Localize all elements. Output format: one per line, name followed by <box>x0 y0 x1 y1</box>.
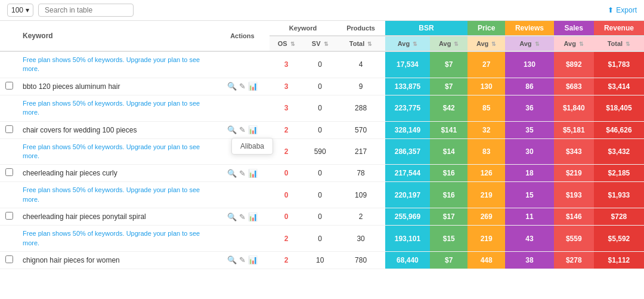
reviews-avg-cell: 219 <box>467 226 505 252</box>
chart-icon[interactable]: 📊 <box>248 82 258 91</box>
sales-avg-sort-icon[interactable]: ⇅ <box>535 41 540 47</box>
keyword-link[interactable]: Free plan shows 50% of keywords. Upgrade… <box>23 100 200 116</box>
chart-icon[interactable]: 📊 <box>248 212 258 221</box>
edit-icon[interactable]: ✎ <box>239 125 246 134</box>
reviews-avg-cell: 219 <box>467 182 505 208</box>
keyword-link[interactable]: Free plan shows 50% of keywords. Upgrade… <box>23 186 200 202</box>
total-value: 9 <box>359 82 363 91</box>
row-checkbox[interactable] <box>5 82 13 90</box>
total-value: 78 <box>357 169 364 177</box>
products-group-header: Products <box>337 21 385 36</box>
total-cell: 9 <box>337 78 385 95</box>
chart-icon[interactable]: 📊 <box>248 255 258 264</box>
table-row: chair covers for wedding 100 pieces🔍✎📊20… <box>0 121 644 138</box>
reviews-avg-sort-icon[interactable]: ⇅ <box>491 41 496 47</box>
revenue-avg-cell: $1,840 <box>554 95 594 121</box>
search-icon[interactable]: 🔍 <box>227 82 237 91</box>
export-button[interactable]: ⬆ Export <box>608 6 637 14</box>
page-size-value: 100 <box>11 6 23 14</box>
row-checkbox[interactable] <box>5 168 13 176</box>
reviews-avg-cell: 448 <box>467 251 505 269</box>
search-icon[interactable]: 🔍 <box>227 212 237 221</box>
page-size-select[interactable]: 100 ▾ <box>7 4 33 17</box>
sales-avg-cell: 36 <box>505 95 554 121</box>
price-avg-value: $141 <box>441 126 457 134</box>
chart-icon[interactable]: 📊 <box>248 125 258 134</box>
chart-icon[interactable]: 📊 <box>248 169 258 178</box>
products-group-label: Products <box>346 24 375 32</box>
checkbox-header <box>0 21 18 51</box>
os-header: OS ⇅ <box>270 36 304 51</box>
sales-avg-cell: 30 <box>505 138 554 165</box>
search-icon[interactable]: 🔍 <box>227 169 237 178</box>
os-cell: 2 <box>270 226 304 252</box>
os-value: 2 <box>284 256 289 264</box>
keyword-cell: Free plan shows 50% of keywords. Upgrade… <box>18 226 215 252</box>
keyword-link[interactable]: Free plan shows 50% of keywords. Upgrade… <box>23 56 200 72</box>
price-avg-value: $42 <box>443 104 455 112</box>
revenue-avg-sort-icon[interactable]: ⇅ <box>579 41 584 47</box>
bsr-avg-cell: 220,197 <box>385 182 431 208</box>
group-header-row: Keyword Actions Keyword Products BSR Pri… <box>0 21 644 36</box>
edit-icon[interactable]: ✎ <box>239 212 246 221</box>
revenue-total-cell: $5,592 <box>594 226 644 252</box>
row-checkbox[interactable] <box>5 255 13 263</box>
revenue-avg-value: $219 <box>566 169 582 177</box>
reviews-avg-cell: 32 <box>467 121 505 138</box>
keyword-link[interactable]: Free plan shows 50% of keywords. Upgrade… <box>23 230 200 246</box>
price-avg-cell: $7 <box>430 78 467 95</box>
sales-avg-value: 86 <box>525 82 533 91</box>
price-avg-cell: $141 <box>430 121 467 138</box>
reviews-avg-label: Avg <box>476 40 488 47</box>
os-cell: 2 <box>270 251 304 269</box>
total-header: Total ⇅ <box>337 36 385 51</box>
bsr-avg-sort-icon[interactable]: ⇅ <box>413 41 417 47</box>
sv-value: 590 <box>314 147 326 156</box>
revenue-avg-header: Avg ⇅ <box>554 36 594 51</box>
row-checkbox[interactable] <box>5 212 13 220</box>
revenue-avg-cell: $146 <box>554 208 594 226</box>
revenue-total-cell: $18,405 <box>594 95 644 121</box>
total-sort-icon[interactable]: ⇅ <box>367 41 372 47</box>
search-icon[interactable]: 🔍 <box>227 125 237 134</box>
revenue-total-sort-icon[interactable]: ⇅ <box>626 41 630 47</box>
total-value: 217 <box>355 147 367 156</box>
keyword-link[interactable]: Free plan shows 50% of keywords. Upgrade… <box>23 143 200 159</box>
price-avg-value: $7 <box>445 60 453 69</box>
bsr-avg-cell: 217,544 <box>385 165 431 182</box>
sv-cell: 0 <box>304 51 337 78</box>
table-row: Free plan shows 50% of keywords. Upgrade… <box>0 226 644 252</box>
table-row: cheerleading hair pieces ponytail spiral… <box>0 208 644 226</box>
sv-cell: 0 <box>304 208 337 226</box>
reviews-avg-value: 130 <box>481 82 493 91</box>
row-checkbox[interactable] <box>5 125 13 133</box>
sales-avg-value: 11 <box>525 212 533 221</box>
sales-avg-cell: 43 <box>505 226 554 252</box>
revenue-total-value: $1,112 <box>608 256 630 264</box>
main-table: Keyword Actions Keyword Products BSR Pri… <box>0 21 644 269</box>
keyword-text: cheerleading hair pieces curly <box>23 169 117 177</box>
revenue-avg-value: $146 <box>566 212 582 221</box>
total-cell: 78 <box>337 165 385 182</box>
os-value: 2 <box>284 147 289 156</box>
search-icon[interactable]: 🔍 <box>227 255 237 264</box>
actions-cell: 🔍✎📊 <box>215 165 269 182</box>
keyword-cell: Free plan shows 50% of keywords. Upgrade… <box>18 138 215 165</box>
sales-avg-cell: 130 <box>505 51 554 78</box>
sales-avg-value: 130 <box>524 60 535 69</box>
total-value: 780 <box>355 256 367 264</box>
total-value: 30 <box>357 235 364 243</box>
total-cell: 4 <box>337 51 385 78</box>
actions-cell <box>215 226 269 252</box>
revenue-total-cell: $1,112 <box>594 251 644 269</box>
edit-icon[interactable]: ✎ <box>239 169 246 178</box>
os-sort-icon[interactable]: ⇅ <box>290 41 295 47</box>
edit-icon[interactable]: ✎ <box>239 255 246 264</box>
sv-sort-icon[interactable]: ⇅ <box>324 41 329 47</box>
reviews-group-label: Reviews <box>515 24 544 32</box>
sv-cell: 590 <box>304 138 337 165</box>
edit-icon[interactable]: ✎ <box>239 82 246 91</box>
price-avg-sort-icon[interactable]: ⇅ <box>454 41 459 47</box>
search-input[interactable] <box>38 4 134 17</box>
revenue-avg-value: $683 <box>566 82 582 91</box>
